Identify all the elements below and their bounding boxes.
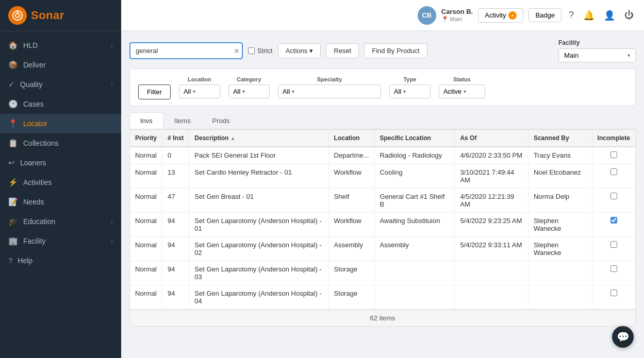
col-specific-location: Specific Location: [374, 130, 455, 147]
incomplete-checkbox[interactable]: [610, 168, 617, 175]
chevron-right-icon: ›: [111, 218, 113, 225]
location-select[interactable]: All ▾: [179, 84, 220, 98]
chevron-down-icon: ▾: [464, 89, 466, 94]
incomplete-checkbox[interactable]: [610, 151, 617, 158]
specialty-filter-group: Specialty All ▾: [278, 76, 381, 98]
facility-value: Main: [564, 52, 579, 59]
find-by-product-button[interactable]: Find By Product: [364, 43, 427, 58]
sidebar-item-deliver[interactable]: 📦 Deliver: [0, 55, 121, 75]
facility-select[interactable]: Main ▾: [558, 48, 636, 62]
sidebar-item-facility[interactable]: 🏢 Facility ›: [0, 231, 121, 251]
sidebar-item-education[interactable]: 🎓 Education ›: [0, 212, 121, 231]
sidebar-item-quality[interactable]: ✓ Quality ›: [0, 75, 121, 94]
help-icon: ?: [8, 256, 12, 265]
incomplete-checkbox[interactable]: [610, 289, 617, 296]
table-row[interactable]: Normal 13 Set Cardio Henley Retractor - …: [130, 164, 635, 189]
specialty-select[interactable]: All ▾: [278, 84, 381, 98]
table-row[interactable]: Normal 94 Set Gen Laparotomy (Anderson H…: [130, 285, 635, 310]
user-name: Carson B.: [441, 8, 473, 16]
activity-button[interactable]: Activity +: [478, 8, 523, 23]
cell-incomplete[interactable]: [592, 189, 635, 213]
chat-bubble[interactable]: 💬: [612, 326, 634, 348]
tab-prods[interactable]: Prods: [202, 112, 241, 129]
cell-inst: 94: [162, 261, 189, 285]
cell-incomplete[interactable]: [592, 213, 635, 237]
svg-point-1: [15, 13, 20, 18]
col-description[interactable]: Description ▲: [189, 130, 328, 147]
cell-specific-location: [374, 261, 455, 285]
cell-scanned-by: Norma Delp: [528, 189, 592, 213]
cell-as-of: 3/10/2021 7:49:44 AM: [455, 164, 529, 189]
sidebar-item-locator[interactable]: 📍 Locator: [0, 114, 121, 133]
location-value: All: [184, 88, 191, 95]
sidebar-item-activities[interactable]: ⚡ Activities: [0, 173, 121, 192]
table-row[interactable]: Normal 94 Set Gen Laparotomy (Anderson H…: [130, 213, 635, 237]
search-bar-row: ✕ Strict Actions ▾ Reset Find By Product…: [129, 39, 636, 62]
chevron-right-icon: ›: [111, 238, 113, 244]
logo: Sonar: [0, 0, 121, 31]
filter-button[interactable]: Filter: [138, 84, 171, 99]
cell-as-of: 4/5/2020 12:21:39 AM: [455, 189, 529, 213]
sidebar-item-collections[interactable]: 📋 Collections: [0, 133, 121, 153]
logout-icon[interactable]: ⏻: [622, 8, 636, 23]
cell-description: Set Gen Breast - 01: [189, 189, 328, 213]
cell-location: Workflow: [328, 164, 374, 189]
strict-checkbox-label[interactable]: Strict: [248, 47, 273, 55]
incomplete-checkbox[interactable]: [610, 217, 617, 224]
incomplete-checkbox[interactable]: [610, 193, 617, 199]
table-row[interactable]: Normal 0 Pack SEI General 1st Floor Depa…: [130, 147, 635, 164]
cell-incomplete[interactable]: [592, 261, 635, 285]
table-row[interactable]: Normal 94 Set Gen Laparotomy (Anderson H…: [130, 237, 635, 261]
search-input[interactable]: [129, 42, 243, 59]
strict-checkbox[interactable]: [248, 47, 255, 54]
cell-incomplete[interactable]: [592, 164, 635, 189]
activity-label: Activity: [485, 11, 506, 19]
cell-inst: 13: [162, 164, 189, 189]
tab-invs[interactable]: Invs: [129, 112, 163, 129]
actions-button[interactable]: Actions ▾: [278, 43, 321, 58]
cell-specific-location: [374, 285, 455, 310]
cell-incomplete[interactable]: [592, 237, 635, 261]
sidebar-item-needs[interactable]: 📝 Needs: [0, 192, 121, 212]
status-value: Active: [443, 88, 461, 95]
cell-incomplete[interactable]: [592, 285, 635, 310]
tab-items[interactable]: Items: [163, 112, 202, 129]
user-info: Carson B. 📍 Main: [441, 8, 473, 23]
quality-icon: ✓: [8, 80, 15, 89]
category-select[interactable]: All ▾: [228, 84, 270, 98]
cell-location: Workflow: [328, 213, 374, 237]
cell-description: Set Gen Laparotomy (Anderson Hospital) -…: [189, 213, 328, 237]
table-row[interactable]: Normal 94 Set Gen Laparotomy (Anderson H…: [130, 261, 635, 285]
col-location: Location: [328, 130, 374, 147]
type-select[interactable]: All ▾: [389, 84, 431, 98]
sidebar-item-cases[interactable]: 🕐 Cases: [0, 94, 121, 114]
help-circle-icon[interactable]: ?: [567, 8, 576, 23]
status-select[interactable]: Active ▾: [439, 84, 485, 98]
chevron-down-icon: ▾: [403, 89, 406, 94]
cell-as-of: 5/4/2022 9:33:11 AM: [455, 237, 529, 261]
cell-scanned-by: [528, 285, 592, 310]
sidebar-item-help[interactable]: ? Help: [0, 251, 121, 270]
sidebar-item-hld[interactable]: 🏠 HLD ›: [0, 36, 121, 55]
badge-button[interactable]: Badge: [529, 8, 562, 22]
facility-section: Facility Main ▾: [558, 39, 636, 62]
search-clear-icon[interactable]: ✕: [234, 47, 240, 55]
sidebar-item-label: Help: [18, 257, 32, 265]
user-profile-icon[interactable]: 👤: [602, 8, 617, 23]
user-location: 📍 Main: [441, 16, 473, 23]
cell-incomplete[interactable]: [592, 147, 635, 164]
incomplete-checkbox[interactable]: [610, 241, 617, 248]
cell-priority: Normal: [130, 213, 162, 237]
cell-inst: 94: [162, 237, 189, 261]
cases-icon: 🕐: [8, 99, 18, 109]
col-incomplete: Incomplete: [592, 130, 635, 147]
chevron-down-icon: ▾: [628, 53, 630, 58]
chevron-down-icon: ▾: [292, 89, 294, 94]
cell-as-of: [455, 285, 529, 310]
incomplete-checkbox[interactable]: [610, 265, 617, 272]
notification-bell-icon[interactable]: 🔔: [581, 8, 597, 23]
type-label: Type: [389, 76, 431, 82]
table-row[interactable]: Normal 47 Set Gen Breast - 01 Shelf Gene…: [130, 189, 635, 213]
sidebar-item-loaners[interactable]: ↩ Loaners: [0, 153, 121, 173]
reset-button[interactable]: Reset: [326, 43, 359, 58]
